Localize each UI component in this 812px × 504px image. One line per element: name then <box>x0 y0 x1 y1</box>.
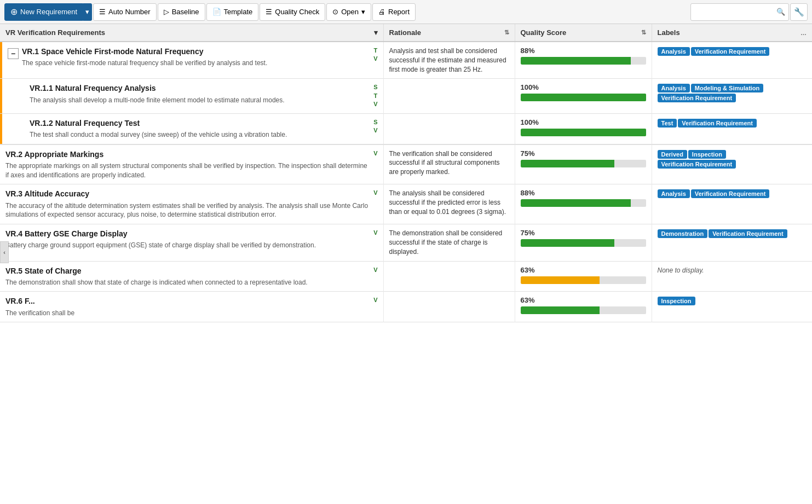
table-row: VR.4 Battery GSE Charge DisplayBattery c… <box>0 224 812 261</box>
report-button[interactable]: 🖨 Report <box>372 3 416 21</box>
progress-bar <box>521 306 600 314</box>
sort-icon-quality[interactable]: ⇅ <box>641 29 646 36</box>
labels-cell: DerivedInspectionVerification Requiremen… <box>652 144 812 184</box>
search-input[interactable] <box>694 8 776 16</box>
req-title[interactable]: VR.3 Altitude Accuracy <box>5 189 371 199</box>
sort-icon-rationale[interactable]: ⇅ <box>504 29 509 36</box>
progress-bar <box>521 276 600 284</box>
quality-score-value: 63% <box>521 296 646 304</box>
rationale-cell <box>383 113 515 144</box>
new-requirement-button[interactable]: ⊕ New Requirement <box>4 3 83 21</box>
settings-button[interactable]: 🔧 <box>790 3 808 21</box>
req-content: VR.3 Altitude AccuracyThe accuracy of th… <box>5 189 371 219</box>
req-desc: The appropriate markings on all system s… <box>5 161 371 180</box>
open-icon: ⊙ <box>332 8 338 16</box>
quality-score-value: 100% <box>521 83 646 91</box>
document-icon: 📄 <box>212 8 221 16</box>
col-header-rationale: Rationale ⇅ <box>383 24 515 42</box>
requirements-table: VR Verification Requirements ▾ Rationale… <box>0 24 812 322</box>
progress-bar <box>521 129 646 136</box>
label-tag[interactable]: Verification Requirement <box>691 189 770 198</box>
progress-bar-container <box>521 276 646 284</box>
label-tag[interactable]: Analysis <box>658 84 690 92</box>
side-labels: V <box>373 229 377 237</box>
rationale-cell <box>383 292 515 322</box>
label-tag[interactable]: Inspection <box>658 297 695 305</box>
labels-cell: TestVerification Requirement <box>652 113 812 144</box>
req-title[interactable]: VR.2 Appropriate Markings <box>5 149 371 159</box>
progress-bar-container <box>521 306 646 314</box>
auto-number-button[interactable]: ☰ Auto Number <box>93 3 157 21</box>
req-content: VR.1.1 Natural Frequency AnalysisThe ana… <box>30 83 371 105</box>
quality-check-button[interactable]: ☰ Quality Check <box>260 3 325 21</box>
open-button[interactable]: ⊙ Open ▾ <box>326 3 371 21</box>
side-labels: V <box>373 296 377 304</box>
progress-bar <box>521 94 646 101</box>
req-content: VR.5 State of ChargeThe demonstration sh… <box>5 266 371 287</box>
rationale-cell: The analysis shall be considered success… <box>383 184 515 224</box>
quality-cell: 75% <box>515 224 652 261</box>
quality-cell: 100% <box>515 79 652 113</box>
orange-accent-bar <box>0 114 2 144</box>
label-tag[interactable]: Test <box>658 119 677 128</box>
left-collapse-arrow[interactable]: ‹ <box>0 241 9 263</box>
side-label: S <box>373 118 377 126</box>
table-row: VR.1.2 Natural Frequency TestThe test sh… <box>0 113 812 144</box>
quality-cell: 63% <box>515 261 652 292</box>
wrench-icon: 🔧 <box>794 7 804 17</box>
req-title[interactable]: VR.1.1 Natural Frequency Analysis <box>30 83 371 93</box>
side-labels: STV <box>373 83 377 108</box>
side-labels: V <box>373 149 377 158</box>
dropdown-arrow-icon: ▾ <box>85 8 89 16</box>
req-title[interactable]: VR.1.2 Natural Frequency Test <box>30 118 371 128</box>
req-desc: The demonstration shall show that state … <box>5 278 371 287</box>
no-labels-text: None to display. <box>658 267 704 274</box>
template-button[interactable]: 📄 Template <box>206 3 259 21</box>
req-content: VR.1 Space Vehicle First-mode Natural Fr… <box>22 47 371 68</box>
labels-cell: DemonstrationVerification Requirement <box>652 224 812 261</box>
rationale-cell <box>383 261 515 292</box>
progress-bar-container <box>521 239 646 247</box>
col-header-labels: Labels … <box>652 24 812 42</box>
side-label: V <box>373 149 377 158</box>
sort-dropdown-icon[interactable]: ▾ <box>374 28 378 37</box>
label-tag[interactable]: Verification Requirement <box>709 229 787 238</box>
labels-cell: AnalysisModeling & SimulationVerificatio… <box>652 79 812 113</box>
req-title[interactable]: VR.6 F... <box>5 296 371 306</box>
search-icon[interactable]: 🔍 <box>776 8 785 16</box>
req-title[interactable]: VR.1 Space Vehicle First-mode Natural Fr… <box>22 47 371 56</box>
labels-cell: None to display. <box>652 261 812 292</box>
label-tag[interactable]: Analysis <box>658 47 690 56</box>
label-tag[interactable]: Derived <box>658 150 687 159</box>
orange-accent-bar <box>0 42 2 78</box>
table-row: −VR.1 Space Vehicle First-mode Natural F… <box>0 42 812 79</box>
checklist-icon: ☰ <box>266 8 272 16</box>
side-label: V <box>373 55 377 63</box>
label-tag[interactable]: Analysis <box>658 189 690 198</box>
labels-cell: AnalysisVerification Requirement <box>652 42 812 79</box>
label-tag[interactable]: Demonstration <box>658 229 708 238</box>
quality-cell: 88% <box>515 42 652 79</box>
label-tag[interactable]: Verification Requirement <box>658 94 736 102</box>
side-labels: SV <box>373 118 377 135</box>
progress-bar-container <box>521 199 646 207</box>
table-row: VR.2 Appropriate MarkingsThe appropriate… <box>0 144 812 184</box>
label-tag[interactable]: Verification Requirement <box>678 119 757 128</box>
progress-bar-container <box>521 129 646 136</box>
progress-bar-container <box>521 94 646 101</box>
label-tag[interactable]: Modeling & Simulation <box>691 84 764 92</box>
progress-bar <box>521 57 631 65</box>
label-tag[interactable]: Verification Requirement <box>691 47 770 56</box>
new-requirement-dropdown[interactable]: ▾ <box>83 3 92 21</box>
side-labels: V <box>373 189 377 197</box>
label-tag[interactable]: Verification Requirement <box>658 160 736 169</box>
side-label: V <box>373 189 377 197</box>
labels-cell: Inspection <box>652 292 812 322</box>
collapse-button[interactable]: − <box>8 48 19 59</box>
req-title[interactable]: VR.5 State of Charge <box>5 266 371 276</box>
side-label: V <box>373 296 377 304</box>
req-title[interactable]: VR.4 Battery GSE Charge Display <box>5 229 371 239</box>
label-tag[interactable]: Inspection <box>688 150 726 159</box>
progress-bar <box>521 160 615 167</box>
baseline-button[interactable]: ▷ Baseline <box>158 3 205 21</box>
